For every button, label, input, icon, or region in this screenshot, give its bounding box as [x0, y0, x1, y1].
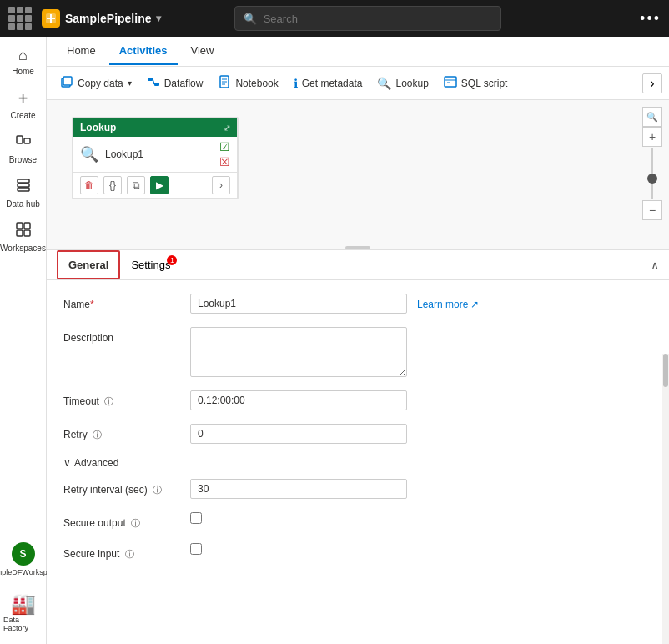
topbar: SamplePipeline ▾ 🔍 •••	[0, 0, 669, 37]
secure-input-info-icon[interactable]: ⓘ	[125, 549, 134, 559]
svg-rect-5	[18, 188, 29, 191]
sidebar-item-home[interactable]: ⌂ Home	[0, 40, 46, 83]
secure-output-checkbox[interactable]	[190, 512, 202, 524]
advanced-toggle[interactable]: ∨ Advanced	[63, 457, 652, 469]
svg-rect-3	[18, 179, 29, 183]
datahub-icon	[16, 178, 31, 197]
create-icon: +	[18, 89, 28, 108]
notebook-icon	[218, 75, 231, 91]
sidebar-item-workspaces[interactable]: Workspaces	[0, 215, 46, 259]
learn-more-icon: ↗	[470, 299, 479, 310]
canvas-zoom-thumb[interactable]	[647, 174, 657, 184]
toolbar-notebook[interactable]: Notebook	[211, 72, 284, 94]
advanced-section: ∨ Advanced Retry interval (sec) ⓘ Secure…	[63, 457, 652, 561]
panel-resize-handle[interactable]	[345, 246, 370, 249]
canvas-zoom-slider[interactable]	[651, 148, 653, 199]
timeout-info-icon[interactable]: ⓘ	[104, 396, 113, 406]
secure-input-checkbox[interactable]	[190, 543, 202, 555]
panel-collapse-button[interactable]: ∧	[651, 259, 659, 272]
svg-rect-9	[24, 230, 30, 236]
workspace-avatar: S	[12, 542, 35, 566]
canvas-zoom-out-button[interactable]: −	[642, 200, 662, 220]
tab-activities[interactable]: Activities	[109, 38, 178, 65]
svg-rect-13	[154, 83, 159, 86]
svg-rect-12	[148, 78, 153, 81]
check-success-icon: ☑	[219, 140, 230, 153]
form-row-description: Description	[63, 327, 652, 377]
node-run-button[interactable]: ▶	[150, 176, 169, 194]
browse-icon	[16, 133, 31, 153]
retry-interval-info-icon[interactable]: ⓘ	[153, 485, 162, 495]
node-code-button[interactable]: {}	[103, 176, 122, 194]
toolbar-more-button[interactable]: ›	[642, 73, 662, 93]
timeout-input[interactable]	[190, 390, 407, 410]
secure-output-label: Secure output ⓘ	[63, 512, 180, 530]
tab-home[interactable]: Home	[57, 38, 106, 65]
nav-tabs: Home Activities View	[47, 37, 669, 67]
toolbar-lookup[interactable]: 🔍 Lookup	[370, 73, 435, 93]
search-bar[interactable]: 🔍	[234, 6, 501, 31]
copy-data-dropdown-icon: ▾	[128, 78, 132, 88]
activity-node-resize-icon: ⤢	[224, 123, 230, 133]
toolbar-sql-script[interactable]: SQL script	[437, 72, 515, 94]
sidebar-item-browse[interactable]: Browse	[0, 127, 46, 171]
settings-badge: 1	[167, 255, 177, 265]
secure-output-info-icon[interactable]: ⓘ	[131, 518, 140, 528]
sidebar-item-datahub[interactable]: Data hub	[0, 171, 46, 215]
timeout-label: Timeout ⓘ	[63, 390, 180, 408]
name-input[interactable]	[190, 294, 407, 314]
activity-node-header: Lookup ⤢	[73, 118, 237, 137]
data-factory-logo: 🏭 Data Factory	[0, 587, 46, 637]
node-copy-button[interactable]: ⧉	[127, 176, 145, 194]
retry-interval-input[interactable]	[190, 479, 407, 499]
retry-label: Retry ⓘ	[63, 424, 180, 441]
sidebar: ⌂ Home + Create Browse Data hub Workspac…	[0, 37, 47, 644]
sidebar-item-create[interactable]: + Create	[0, 83, 46, 127]
learn-more-link[interactable]: Learn more ↗	[417, 294, 479, 310]
node-more-button[interactable]: ›	[212, 176, 230, 194]
title-chevron[interactable]: ▾	[156, 13, 161, 24]
svg-rect-2	[24, 138, 30, 143]
retry-interval-label: Retry interval (sec) ⓘ	[63, 479, 180, 496]
tab-view[interactable]: View	[181, 38, 224, 65]
scrollbar-thumb[interactable]	[663, 354, 668, 387]
lookup-icon: 🔍	[377, 77, 391, 90]
name-label: Name*	[63, 294, 180, 310]
retry-info-icon[interactable]: ⓘ	[93, 430, 102, 440]
svg-rect-19	[445, 77, 456, 87]
panel-tab-general[interactable]: General	[57, 250, 120, 279]
panel-tab-settings[interactable]: Settings 1	[120, 251, 181, 279]
sidebar-workspace[interactable]: S SampleDFWorkspace	[0, 536, 46, 584]
advanced-chevron-icon: ∨	[63, 457, 71, 469]
dataflow-icon	[147, 75, 160, 91]
app-grid-icon[interactable]	[8, 7, 32, 30]
pipeline-title: SamplePipeline ▾	[42, 9, 161, 28]
svg-line-14	[153, 79, 154, 84]
form-row-secure-output: Secure output ⓘ	[63, 512, 652, 530]
description-textarea[interactable]	[190, 327, 407, 377]
panel-tabs-header: General Settings 1 ∧	[47, 250, 669, 280]
activity-node[interactable]: Lookup ⤢ 🔍 Lookup1 ☑ ☒ 🗑 {} ⧉ ▶ ›	[72, 117, 239, 199]
search-input[interactable]	[264, 13, 492, 25]
canvas-search-button[interactable]: 🔍	[642, 107, 662, 127]
node-delete-button[interactable]: 🗑	[80, 176, 98, 194]
canvas[interactable]: 🔍 + − Lookup ⤢ 🔍 Lookup1 ☑ ☒ 🗑	[47, 100, 669, 250]
toolbar-dataflow[interactable]: Dataflow	[140, 72, 210, 94]
canvas-zoom-in-button[interactable]: +	[642, 127, 662, 147]
secure-input-label: Secure input ⓘ	[63, 543, 180, 561]
toolbar: Copy data ▾ Dataflow Notebook ℹ Get meta…	[47, 67, 669, 100]
sql-script-icon	[444, 75, 457, 91]
sidebar-bottom: S SampleDFWorkspace 🏭 Data Factory	[0, 536, 46, 644]
scrollbar-track[interactable]	[662, 354, 669, 644]
more-options-button[interactable]: •••	[640, 10, 661, 28]
form-row-timeout: Timeout ⓘ	[63, 390, 652, 410]
workspaces-icon	[16, 222, 31, 241]
search-icon: 🔍	[244, 13, 257, 25]
toolbar-copy-data[interactable]: Copy data ▾	[53, 72, 138, 94]
form-row-retry: Retry ⓘ	[63, 424, 652, 444]
toolbar-get-metadata[interactable]: ℹ Get metadata	[287, 73, 370, 93]
retry-input[interactable]	[190, 424, 407, 444]
svg-rect-11	[63, 77, 72, 85]
home-icon: ⌂	[18, 47, 28, 64]
form-row-name: Name* Learn more ↗	[63, 294, 652, 314]
